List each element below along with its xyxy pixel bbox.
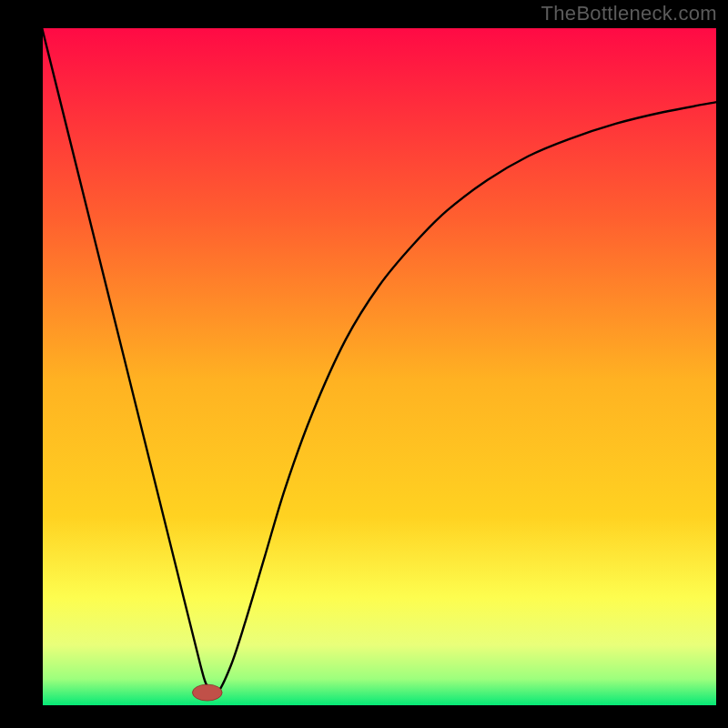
bottleneck-chart [0,0,728,728]
watermark-text: TheBottleneck.com [541,2,717,25]
chart-frame: TheBottleneck.com [0,0,728,728]
minimum-marker [192,684,222,701]
plot-background [42,27,717,706]
